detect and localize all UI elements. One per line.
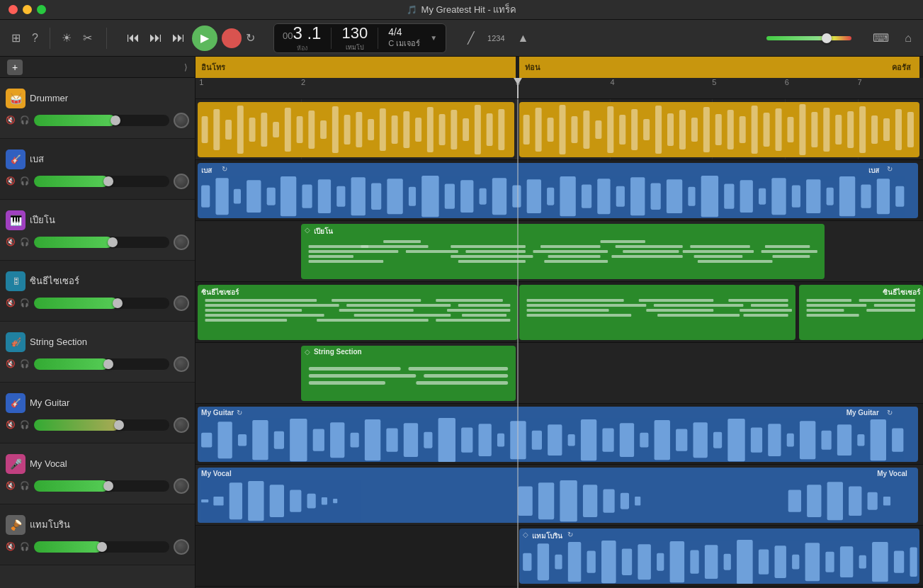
pan-knob-drummer[interactable] [174, 113, 189, 128]
mute-bass[interactable]: 🔇 [6, 176, 16, 186]
svg-rect-227 [523, 553, 531, 570]
clip-strings[interactable]: String Section ◇ [301, 346, 516, 401]
volume-slider-piano[interactable] [34, 237, 169, 248]
svg-rect-144 [527, 314, 632, 317]
solo-synth[interactable]: 🎧 [20, 298, 30, 307]
keyboard-button[interactable]: ⌨ [868, 28, 893, 47]
pan-knob-tambourine[interactable] [174, 539, 189, 555]
synth-clip-label-1: ซินธีไซเซอร์ [201, 287, 239, 298]
svg-rect-209 [270, 485, 284, 517]
minimize-button[interactable] [23, 5, 32, 14]
pan-knob-piano[interactable] [174, 234, 189, 250]
svg-rect-96 [839, 176, 855, 216]
track-name-bass: เบส [30, 152, 44, 166]
scissors-button[interactable]: ✂ [79, 28, 96, 47]
pan-knob-strings[interactable] [174, 356, 189, 372]
solo-piano[interactable]: 🎧 [20, 237, 30, 247]
svg-rect-173 [330, 422, 344, 458]
add-track-button[interactable]: + [7, 60, 23, 75]
help-button[interactable]: ? [28, 29, 43, 47]
svg-rect-183 [510, 421, 526, 459]
solo-bass[interactable]: 🎧 [20, 176, 30, 186]
solo-tambourine[interactable]: 🎧 [20, 542, 30, 551]
svg-rect-9 [308, 111, 315, 149]
guitar-clip-label-left: My Guitar [201, 409, 234, 417]
bpm-value[interactable]: 130 [341, 24, 368, 43]
clip-synth-1[interactable]: ซินธีไซเซอร์ [198, 285, 518, 340]
mute-synth[interactable]: 🔇 [6, 298, 16, 307]
pan-knob-vocal[interactable] [174, 478, 189, 494]
solo-vocal[interactable]: 🎧 [20, 481, 30, 490]
solo-strings[interactable]: 🎧 [20, 359, 30, 368]
svg-rect-132 [346, 304, 451, 307]
clip-tambourine[interactable]: แทมโบริน ◇ ↻ [519, 528, 919, 584]
mute-drummer[interactable]: 🔇 [6, 115, 16, 125]
volume-slider-strings[interactable] [34, 358, 169, 370]
svg-rect-145 [639, 299, 713, 302]
signature-display[interactable]: 4/4 C เมเจอร์ [388, 27, 420, 50]
mute-vocal[interactable]: 🔇 [6, 481, 16, 490]
intro-band: อินโทร [196, 57, 516, 78]
volume-track[interactable] [766, 36, 851, 40]
clip-bass[interactable]: เบส ↻ เบส ↻ [198, 163, 918, 218]
volume-slider-bass[interactable] [34, 176, 169, 187]
svg-rect-0 [202, 116, 208, 143]
clip-vocal[interactable]: My Vocal My Vocal [198, 468, 918, 523]
library-button[interactable]: ⊞ [7, 28, 25, 47]
to-start-button[interactable]: ⏭ [169, 29, 188, 47]
settings-button[interactable]: ☀ [57, 28, 76, 47]
volume-slider-drummer[interactable] [34, 115, 169, 126]
tracks-content[interactable]: เบส ↻ เบส ↻ [196, 99, 923, 588]
volume-slider-guitar[interactable] [34, 419, 169, 431]
pan-knob-bass[interactable] [174, 174, 189, 189]
toolbar-sep-1 [50, 28, 50, 49]
solo-drummer[interactable]: 🎧 [20, 115, 30, 125]
close-button[interactable] [9, 5, 18, 14]
clip-drummer-2[interactable] [519, 102, 919, 157]
tracks-sidebar: + ⟩ 🥁 Drummer 🔇 🎧 🎸 เบส [0, 57, 196, 588]
svg-rect-30 [571, 116, 577, 143]
svg-rect-25 [498, 109, 504, 150]
svg-rect-152 [743, 314, 788, 317]
headphone-button[interactable]: ⌂ [900, 29, 916, 47]
cpu-button[interactable]: ▲ [514, 29, 533, 47]
fullscreen-button[interactable] [37, 5, 46, 14]
svg-rect-37 [655, 106, 662, 154]
svg-rect-207 [230, 482, 242, 519]
svg-rect-50 [811, 112, 817, 147]
solo-guitar[interactable]: 🎧 [20, 420, 30, 429]
note-count[interactable]: 1234 [483, 31, 509, 45]
clip-drummer-1[interactable] [198, 102, 514, 157]
clip-synth-2[interactable] [519, 285, 795, 340]
mute-piano[interactable]: 🔇 [6, 237, 16, 247]
svg-rect-48 [787, 117, 793, 142]
clip-synth-3[interactable]: ซินธีไซเซอร์ [799, 285, 923, 340]
volume-slider-tambourine[interactable] [34, 541, 169, 553]
play-button[interactable]: ▶ [192, 26, 217, 51]
pan-knob-guitar[interactable] [174, 417, 189, 433]
cycle-button[interactable]: ↻ [246, 31, 255, 45]
svg-rect-121 [693, 255, 742, 258]
verse-band: ท่อน คอรัส [519, 57, 919, 78]
svg-rect-32 [595, 120, 601, 139]
svg-rect-241 [759, 549, 769, 574]
volume-slider-synth[interactable] [34, 298, 169, 309]
collapse-button[interactable]: ⟩ [184, 62, 188, 72]
svg-rect-64 [281, 176, 296, 216]
clip-piano[interactable]: เปียโน ◇ [301, 224, 825, 279]
rewind-button[interactable]: ⏮ [124, 29, 142, 47]
svg-rect-91 [759, 188, 766, 204]
mute-guitar[interactable]: 🔇 [6, 420, 16, 429]
record-button[interactable] [222, 28, 242, 48]
volume-slider-vocal[interactable] [34, 480, 169, 492]
track-item-strings: 🎻 String Section 🔇 🎧 [0, 322, 195, 383]
pointer-tool[interactable]: ╱ [463, 28, 479, 47]
clip-guitar[interactable]: My Guitar ↻ My Guitar ↻ [198, 407, 918, 462]
pan-knob-synth[interactable] [174, 295, 189, 311]
volume-thumb[interactable] [822, 33, 832, 43]
mute-tambourine[interactable]: 🔇 [6, 542, 16, 551]
fast-forward-button[interactable]: ⏭ [147, 29, 165, 47]
svg-rect-75 [480, 188, 487, 204]
mute-strings[interactable]: 🔇 [6, 359, 16, 368]
svg-rect-157 [859, 299, 915, 302]
